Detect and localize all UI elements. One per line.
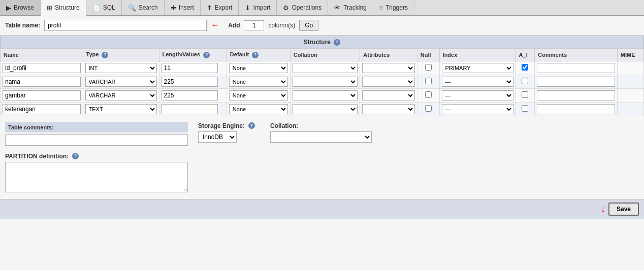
export-icon: ⬆ [207, 4, 212, 12]
partition-info-icon[interactable]: ? [72, 153, 79, 159]
field-attr-select-2[interactable]: BINARYUNSIGNEDUNSIGNED ZEROFILLon update… [362, 90, 415, 100]
table-row: INTVARCHARTEXTCHARTINYINTSMALLINTMEDIUMI… [1, 61, 644, 75]
collation-group: Collation: utf8_general_ci utf8mb4_unico… [270, 122, 372, 143]
field-attr-select-0[interactable]: BINARYUNSIGNEDUNSIGNED ZEROFILLon update… [362, 63, 415, 73]
field-name-input-2[interactable] [3, 90, 81, 100]
sql-icon: 📄 [92, 4, 101, 12]
field-mime-1 [617, 75, 643, 88]
storage-engine-info-icon[interactable]: ? [248, 122, 255, 129]
tablename-arrow: ← [211, 21, 219, 30]
field-index-select-1[interactable]: ---PRIMARYUNIQUEINDEXFULLTEXT [442, 77, 513, 87]
tablename-input[interactable] [44, 20, 207, 31]
field-index-select-2[interactable]: ---PRIMARYUNIQUEINDEXFULLTEXT [442, 90, 513, 100]
operations-icon: ⚙ [283, 4, 289, 12]
field-name-input-3[interactable] [3, 104, 81, 114]
col-header-default: Default ? [227, 49, 290, 61]
field-collation-select-0[interactable]: utf8_general_ciutf8mb4_unicode_cilatin1_… [293, 63, 358, 73]
field-ai-checkbox-0[interactable] [522, 64, 528, 71]
field-null-checkbox-2[interactable] [425, 91, 432, 98]
col-header-type: Type ? [83, 49, 159, 61]
field-length-input-2[interactable] [162, 90, 218, 100]
col-header-name: Name [1, 49, 83, 61]
import-icon: ⬇ [245, 4, 250, 12]
table-row: INTVARCHARTEXTCHARTINYINTSMALLINTMEDIUMI… [1, 102, 644, 116]
partition-textarea[interactable] [5, 162, 188, 192]
field-name-input-0[interactable] [3, 63, 81, 73]
field-type-select-0[interactable]: INTVARCHARTEXTCHARTINYINTSMALLINTMEDIUMI… [85, 63, 157, 73]
col-header-length: Length/Values ? [159, 49, 227, 61]
tab-insert[interactable]: ✚ Insert [165, 0, 201, 15]
field-length-input-0[interactable] [162, 63, 218, 73]
field-type-select-2[interactable]: INTVARCHARTEXTCHARTINYINTSMALLINTMEDIUMI… [85, 90, 157, 100]
structure-table: Name Type ? Length/Values ? Default ? Co… [0, 48, 644, 116]
field-default-select-0[interactable]: NoneAs defined:NULLCURRENT_TIMESTAMP [229, 63, 288, 73]
field-attr-select-3[interactable]: BINARYUNSIGNEDUNSIGNED ZEROFILLon update… [362, 104, 415, 114]
tab-search[interactable]: 🔍 Search [122, 0, 165, 15]
type-info-icon[interactable]: ? [102, 52, 108, 58]
insert-icon: ✚ [171, 4, 176, 12]
field-null-checkbox-3[interactable] [425, 105, 432, 112]
bottom-right: Storage Engine: ? InnoDB MyISAM Memory C… [198, 122, 372, 143]
tab-sql[interactable]: 📄 SQL [86, 0, 122, 15]
structure-info-icon[interactable]: ? [334, 39, 340, 46]
field-null-checkbox-0[interactable] [425, 64, 432, 71]
collation-select[interactable]: utf8_general_ci utf8mb4_unicode_ci latin… [270, 131, 372, 143]
field-ai-checkbox-3[interactable] [522, 105, 528, 112]
table-row: INTVARCHARTEXTCHARTINYINTSMALLINTMEDIUMI… [1, 88, 644, 102]
field-default-select-3[interactable]: NoneAs defined:NULLCURRENT_TIMESTAMP [229, 104, 288, 114]
field-length-input-1[interactable] [162, 77, 218, 87]
field-length-input-3[interactable] [162, 104, 218, 114]
field-name-input-1[interactable] [3, 77, 81, 87]
field-ai-checkbox-2[interactable] [522, 91, 528, 98]
storage-engine-select[interactable]: InnoDB MyISAM Memory CSV Archive [198, 131, 237, 143]
tab-export[interactable]: ⬆ Export [201, 0, 239, 15]
col-header-ai: A_I [516, 49, 535, 61]
save-button[interactable]: Save [608, 203, 639, 216]
field-comments-input-2[interactable] [537, 90, 615, 100]
col-header-collation: Collation [290, 49, 360, 61]
field-collation-select-2[interactable]: utf8_general_ciutf8mb4_unicode_cilatin1_… [293, 90, 358, 100]
field-comments-input-3[interactable] [537, 104, 615, 114]
go-button[interactable]: Go [299, 20, 318, 31]
default-info-icon[interactable]: ? [252, 52, 259, 58]
field-comments-input-0[interactable] [537, 63, 615, 73]
tracking-icon: 👁 [334, 4, 341, 12]
tab-structure[interactable]: ⊞ Structure [41, 0, 86, 16]
field-type-select-1[interactable]: INTVARCHARTEXTCHARTINYINTSMALLINTMEDIUMI… [85, 77, 157, 87]
field-comments-input-1[interactable] [537, 77, 615, 87]
storage-engine-group: Storage Engine: ? InnoDB MyISAM Memory C… [198, 122, 255, 143]
field-index-select-0[interactable]: ---PRIMARYUNIQUEINDEXFULLTEXT [442, 63, 513, 73]
field-mime-0 [617, 61, 643, 75]
field-type-select-3[interactable]: INTVARCHARTEXTCHARTINYINTSMALLINTMEDIUMI… [85, 104, 157, 114]
triggers-icon: ≡ [379, 4, 383, 12]
field-attr-select-1[interactable]: BINARYUNSIGNEDUNSIGNED ZEROFILLon update… [362, 77, 415, 87]
table-comments-divider: Table comments: [5, 122, 188, 132]
field-default-select-2[interactable]: NoneAs defined:NULLCURRENT_TIMESTAMP [229, 90, 288, 100]
field-mime-3 [617, 102, 643, 116]
col-header-comments: Comments [535, 49, 618, 61]
tab-operations[interactable]: ⚙ Operations [277, 0, 328, 15]
table-comments-input[interactable] [5, 134, 188, 146]
field-collation-select-1[interactable]: utf8_general_ciutf8mb4_unicode_cilatin1_… [293, 77, 358, 87]
field-collation-select-3[interactable]: utf8_general_ciutf8mb4_unicode_cilatin1_… [293, 104, 358, 114]
tab-import[interactable]: ⬇ Import [239, 0, 277, 15]
tablename-label: Table name: [5, 22, 40, 29]
field-mime-2 [617, 88, 643, 102]
field-ai-checkbox-1[interactable] [522, 78, 528, 84]
field-index-select-3[interactable]: ---PRIMARYUNIQUEINDEXFULLTEXT [442, 104, 513, 114]
tab-tracking[interactable]: 👁 Tracking [328, 0, 373, 15]
structure-header: Structure ? [0, 36, 644, 48]
field-default-select-1[interactable]: NoneAs defined:NULLCURRENT_TIMESTAMP [229, 77, 288, 87]
col-header-attributes: Attributes [360, 49, 417, 61]
partition-label: PARTITION definition: [5, 153, 69, 160]
tab-triggers[interactable]: ≡ Triggers [373, 0, 414, 15]
add-label: Add [228, 22, 240, 29]
nav-tabs: ▶ Browse ⊞ Structure 📄 SQL 🔍 Search ✚ In… [0, 0, 644, 16]
field-null-checkbox-1[interactable] [425, 78, 432, 84]
length-info-icon[interactable]: ? [203, 52, 210, 58]
tablename-bar: Table name: ← Add column(s) Go [0, 16, 644, 36]
columns-input[interactable] [244, 20, 264, 30]
col-header-mime: MIME [617, 49, 643, 61]
tab-browse[interactable]: ▶ Browse [0, 0, 41, 15]
columns-label: column(s) [268, 22, 295, 29]
